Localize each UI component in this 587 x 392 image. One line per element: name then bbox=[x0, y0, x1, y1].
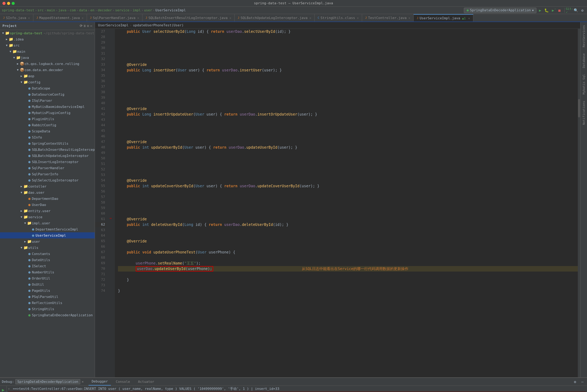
window-controls[interactable] bbox=[2, 2, 15, 5]
minimize-button[interactable] bbox=[7, 2, 10, 5]
log-line-error[interactable]: ↑ ==>test1:TestController exet=38965 Cha… bbox=[8, 392, 586, 392]
tree-main[interactable]: ▼ 📁 main bbox=[0, 48, 95, 54]
tree-constants[interactable]: ▶ ● Constants bbox=[0, 251, 95, 257]
tree-scopedata[interactable]: ▶ ● ScopeData bbox=[0, 128, 95, 134]
debug-tab-debugger[interactable]: Debugger bbox=[88, 378, 111, 386]
collapse-all-icon[interactable]: ≡ bbox=[84, 24, 86, 28]
breadcrumb-data[interactable]: data bbox=[79, 8, 87, 12]
tree-dateutils[interactable]: ▶ ● DateUtils bbox=[0, 257, 95, 263]
breadcrumb-en[interactable]: en bbox=[90, 8, 94, 12]
code-content[interactable]: public User selectUserById(Long id) { re… bbox=[115, 29, 580, 377]
breadcrumb-file[interactable]: UserServiceImpl bbox=[155, 8, 186, 12]
tree-psqlparseutil[interactable]: ▶ ● PSqlParseUtil bbox=[0, 294, 95, 300]
debug-app-name[interactable]: SpringDataEnDecoderApplication bbox=[15, 379, 80, 384]
tree-aop[interactable]: ▶ 📁 aop bbox=[0, 73, 95, 79]
bc-method[interactable]: updateUserPhoneTest(User) bbox=[133, 23, 184, 27]
tab-close-userserviceimpl[interactable]: ✕ bbox=[468, 16, 470, 20]
tree-decoder[interactable]: ▼ 📦 com.data.en.decoder bbox=[0, 67, 95, 73]
breadcrumb-impl[interactable]: impl bbox=[133, 8, 141, 12]
tree-sqlbatchinsert[interactable]: ▶ ● SQLBatchInsertResultLogInterceptor bbox=[0, 146, 95, 153]
tree-stringutils[interactable]: ▶ ● StringUtils bbox=[0, 306, 95, 312]
tab-sinfo[interactable]: J SInfo.java ✕ bbox=[0, 14, 33, 22]
tree-rabbitconfig[interactable]: ▶ ● RabbitConfig bbox=[0, 122, 95, 128]
breadcrumb-com[interactable]: com bbox=[70, 8, 76, 12]
tree-idea[interactable]: ▶ 📁 .idea bbox=[0, 36, 95, 42]
tree-iselect[interactable]: ▶ ● ISelect bbox=[0, 263, 95, 269]
breadcrumb-project[interactable]: spring-data-test bbox=[2, 8, 34, 12]
tree-datascope[interactable]: ▶ ● DataScope bbox=[0, 85, 95, 91]
tree-sqlbatchupdate[interactable]: ▶ ● SQLBatchUpdateLogInterceptor bbox=[0, 153, 95, 159]
debug-tab-console[interactable]: Console bbox=[113, 378, 133, 386]
tree-deptserviceimpl[interactable]: ▶ ● DepartmentServiceImpl bbox=[0, 226, 95, 232]
debug-close-tab[interactable]: ✕ bbox=[82, 380, 84, 384]
tree-src[interactable]: ▼ 📁 src bbox=[0, 42, 95, 48]
tree-pluginutils[interactable]: ▶ ● PluginUtils bbox=[0, 116, 95, 122]
tree-dao-user[interactable]: ▼ 📁 dao.user bbox=[0, 190, 95, 196]
tab-userserviceimpl[interactable]: J UserServiceImpl.java ▲1 ✕ bbox=[414, 14, 473, 22]
tab-sqlbatchupdate[interactable]: J SQLBatchUpdateLogInterceptor.java ✕ bbox=[235, 14, 315, 22]
tree-datasourceconfig[interactable]: ▶ ● DataSourceConfig bbox=[0, 91, 95, 98]
tree-logback[interactable]: ▶ 📦 ch.qos.logback.core.rolling bbox=[0, 61, 95, 67]
breadcrumb-user[interactable]: user bbox=[144, 8, 152, 12]
tree-sinfo[interactable]: ▶ ● SInfo bbox=[0, 134, 95, 140]
debug-tab-actuator[interactable]: Actuator bbox=[135, 378, 157, 386]
tree-impl-user[interactable]: ▼ 📁 impl.user bbox=[0, 220, 95, 226]
settings-button[interactable]: ⚙ bbox=[580, 8, 585, 13]
close-sidebar-icon[interactable]: — bbox=[90, 24, 92, 28]
tab-sqlparserhandler[interactable]: J SqlParserHandler.java ✕ bbox=[87, 14, 142, 22]
tab-close-sinfo[interactable]: ✕ bbox=[28, 16, 30, 20]
debug-content[interactable]: ↑ ==>test4:TestController:67:userDao:INS… bbox=[7, 386, 587, 392]
search-everywhere[interactable]: 🔍 bbox=[573, 8, 579, 13]
tree-isqlparser[interactable]: ▶ ● ISqlParser bbox=[0, 98, 95, 104]
tree-osutil[interactable]: ▶ ● OsUtil bbox=[0, 281, 95, 288]
tree-java[interactable]: ▼ 📁 java bbox=[0, 54, 95, 61]
tree-pageutils[interactable]: ▶ ● PageUtils bbox=[0, 288, 95, 294]
tab-close-sqlinsert[interactable]: ✕ bbox=[229, 16, 231, 20]
tree-sqlparserhandler[interactable]: ▶ ● SqlParserHandler bbox=[0, 165, 95, 171]
resume-icon[interactable]: ▶ bbox=[0, 387, 6, 392]
tree-user-folder[interactable]: ▶ 📁 user bbox=[0, 238, 95, 244]
git-status[interactable]: Git: ✓ bbox=[567, 8, 572, 13]
stop-button[interactable]: ■ bbox=[557, 8, 562, 13]
tree-springdataenapplication[interactable]: ▶ ● SpringDataEnDecoderApplication bbox=[0, 312, 95, 318]
tree-reflectionutils[interactable]: ▶ ● ReflectionUtils bbox=[0, 300, 95, 306]
settings-icon[interactable]: ⚙ bbox=[87, 24, 89, 28]
tab-close-stringutils[interactable]: ✕ bbox=[357, 16, 359, 20]
scroll-thumb[interactable] bbox=[578, 99, 580, 118]
tree-mybatisplugin[interactable]: ▶ ● MybatisPluginConfig bbox=[0, 110, 95, 116]
tab-close-testcontroller[interactable]: ✕ bbox=[408, 16, 410, 20]
breadcrumb-decoder[interactable]: decoder bbox=[98, 8, 112, 12]
right-tab-mybatis[interactable]: Mybatis Sql bbox=[581, 71, 587, 98]
tree-sqlinsert[interactable]: ▶ ● SQLInsertLogInterceptor bbox=[0, 159, 95, 165]
tree-sqlselect[interactable]: ▶ ● SqlSelectLogInterceptor bbox=[0, 177, 95, 183]
right-tab-database[interactable]: Database bbox=[581, 50, 587, 71]
tree-root[interactable]: ▼ 📁 spring-data-test ~/github/spring-dat… bbox=[0, 30, 95, 36]
debug-minimize-icon[interactable]: — bbox=[580, 379, 585, 384]
tree-service[interactable]: ▼ 📁 service bbox=[0, 214, 95, 220]
bc-userserviceimpl[interactable]: UserServiceImpl bbox=[98, 23, 128, 27]
breadcrumb-service[interactable]: service bbox=[115, 8, 129, 12]
tab-sqlbatchinsert[interactable]: J SQLBatchInsertResultLogInterceptor.jav… bbox=[142, 14, 234, 22]
breadcrumb-main[interactable]: main bbox=[47, 8, 55, 12]
close-button[interactable] bbox=[2, 2, 5, 5]
sync-icon[interactable]: ⟳ bbox=[80, 24, 82, 28]
tab-close-sqlupdate[interactable]: ✕ bbox=[309, 16, 311, 20]
tree-userdao[interactable]: ▶ ● UserDao bbox=[0, 202, 95, 208]
tab-stringutils-class[interactable]: C StringUtils.class ✕ bbox=[315, 14, 362, 22]
tab-testcontroller[interactable]: J TestController.java ✕ bbox=[362, 14, 414, 22]
tree-mybatis-baomi[interactable]: ▶ ● MyBatisBaomidouServiceImpl bbox=[0, 104, 95, 110]
run-config-selector[interactable]: ● SpringDataEnDecoderApplication ▼ bbox=[464, 8, 537, 13]
tree-userserviceimpl[interactable]: ▶ ● UserServiceImpl bbox=[0, 232, 95, 238]
maximize-button[interactable] bbox=[12, 2, 15, 5]
tab-mappedstatement[interactable]: J MappedStatement.java ✕ bbox=[33, 14, 87, 22]
run-with-coverage[interactable]: ▶̈ bbox=[550, 8, 556, 13]
project-breadcrumb[interactable]: spring-data-test › src › main › java › c… bbox=[2, 8, 186, 12]
tree-orderutil[interactable]: ▶ ● OrderUtil bbox=[0, 275, 95, 281]
editor-scrollbar[interactable] bbox=[578, 29, 580, 377]
breadcrumb-src[interactable]: src bbox=[37, 8, 44, 12]
right-tab-notifications[interactable]: Notifications bbox=[581, 98, 587, 128]
tree-contoller[interactable]: ▶ 📁 contoller bbox=[0, 183, 95, 190]
debug-button[interactable]: 🐛 bbox=[544, 8, 549, 13]
tree-springcontext[interactable]: ▶ ● SpringContextUtils bbox=[0, 140, 95, 146]
tree-numberutils[interactable]: ▶ ● NumberUtils bbox=[0, 269, 95, 275]
